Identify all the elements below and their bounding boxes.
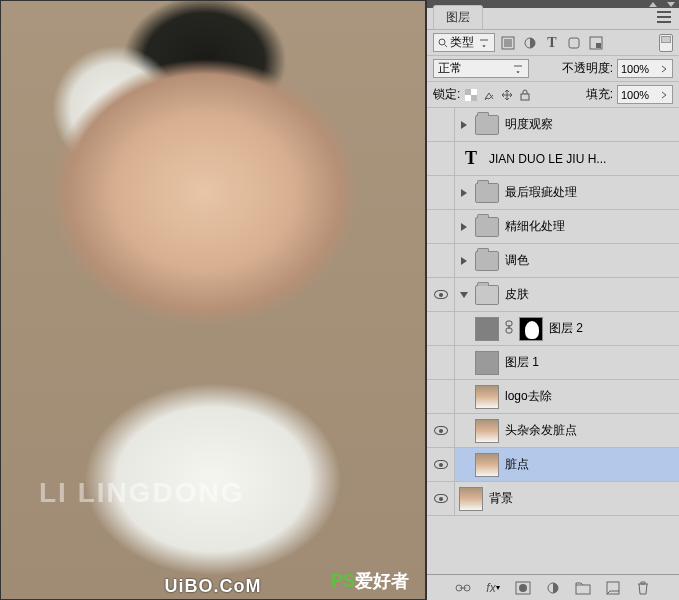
layer-row[interactable]: 背景	[427, 482, 679, 516]
layer-row[interactable]: logo去除	[427, 380, 679, 414]
new-layer-button[interactable]	[604, 579, 622, 597]
panel-menu-button[interactable]	[655, 7, 673, 29]
folder-icon	[475, 217, 499, 237]
visibility-toggle[interactable]	[427, 142, 455, 175]
layer-thumbnail[interactable]	[475, 385, 499, 409]
layer-row[interactable]: TJIAN DUO LE JIU H...	[427, 142, 679, 176]
layer-row[interactable]: 头杂余发脏点	[427, 414, 679, 448]
filter-smartobject-icon[interactable]	[587, 34, 605, 52]
lock-label: 锁定:	[433, 86, 460, 103]
lock-image-icon[interactable]	[482, 88, 496, 102]
layer-name[interactable]: 调色	[505, 252, 529, 269]
layer-row-body: 头杂余发脏点	[455, 414, 679, 447]
layer-row[interactable]: 皮肤	[427, 278, 679, 312]
lock-position-icon[interactable]	[500, 88, 514, 102]
layer-thumbnail[interactable]	[475, 453, 499, 477]
layer-thumbnail[interactable]	[475, 351, 499, 375]
opacity-input[interactable]: 100%	[617, 59, 673, 78]
layer-fx-button[interactable]: fx▾	[484, 579, 502, 597]
filter-adjustment-layer-icon[interactable]	[521, 34, 539, 52]
link-mask-icon[interactable]	[505, 320, 513, 337]
visibility-toggle[interactable]	[427, 108, 455, 141]
twisty-closed-icon[interactable]	[459, 222, 469, 232]
layer-row[interactable]: 明度观察	[427, 108, 679, 142]
filter-toggle-switch[interactable]	[659, 34, 673, 52]
search-icon	[438, 38, 448, 48]
eye-icon	[434, 426, 448, 435]
footer-site-url: UiBO.CoM	[165, 576, 262, 597]
lock-all-icon[interactable]	[518, 88, 532, 102]
visibility-toggle[interactable]	[427, 346, 455, 379]
layer-name[interactable]: 头杂余发脏点	[505, 422, 577, 439]
folder-icon	[475, 115, 499, 135]
tab-layers[interactable]: 图层	[433, 5, 483, 29]
layer-thumbnail[interactable]	[475, 317, 499, 341]
document-canvas[interactable]: LI LINGDONG PS爱好者 UiBO.CoM	[0, 0, 426, 600]
visibility-toggle[interactable]	[427, 210, 455, 243]
panel-tab-row: 图层	[427, 8, 679, 30]
layer-row[interactable]: 图层 2	[427, 312, 679, 346]
twisty-open-icon[interactable]	[459, 290, 469, 300]
layer-name[interactable]: 图层 1	[505, 354, 539, 371]
layer-row[interactable]: 调色	[427, 244, 679, 278]
layer-mask-button[interactable]	[514, 579, 532, 597]
blend-mode-select[interactable]: 正常	[433, 59, 529, 78]
twisty-closed-icon[interactable]	[459, 120, 469, 130]
filter-pixel-layer-icon[interactable]	[499, 34, 517, 52]
visibility-toggle[interactable]	[427, 278, 455, 311]
visibility-toggle[interactable]	[427, 448, 455, 481]
opacity-value: 100%	[621, 63, 649, 75]
new-group-button[interactable]	[574, 579, 592, 597]
layer-row[interactable]: 最后瑕疵处理	[427, 176, 679, 210]
filter-type-select[interactable]: 类型	[433, 33, 495, 52]
twisty-closed-icon[interactable]	[459, 188, 469, 198]
layer-row[interactable]: 脏点	[427, 448, 679, 482]
layers-bottom-bar: fx▾	[427, 574, 679, 600]
lock-row: 锁定: 填充: 100%	[427, 82, 679, 108]
twisty-closed-icon[interactable]	[459, 256, 469, 266]
layer-thumbnail[interactable]	[459, 487, 483, 511]
lock-transparent-icon[interactable]	[464, 88, 478, 102]
layer-name[interactable]: 皮肤	[505, 286, 529, 303]
svg-rect-4	[569, 38, 579, 48]
folder-icon	[475, 285, 499, 305]
layer-row[interactable]: 图层 1	[427, 346, 679, 380]
layer-name[interactable]: 图层 2	[549, 320, 583, 337]
eye-icon	[434, 460, 448, 469]
visibility-toggle[interactable]	[427, 380, 455, 413]
visibility-toggle[interactable]	[427, 482, 455, 515]
svg-point-17	[519, 584, 527, 592]
svg-point-0	[439, 39, 445, 45]
chevron-right-icon	[659, 64, 669, 74]
layer-row[interactable]: 精细化处理	[427, 210, 679, 244]
layer-name[interactable]: 脏点	[505, 456, 529, 473]
layer-filter-row: 类型 T	[427, 30, 679, 56]
filter-shape-layer-icon[interactable]	[565, 34, 583, 52]
layer-mask-thumbnail[interactable]	[519, 317, 543, 341]
filter-type-layer-icon[interactable]: T	[543, 34, 561, 52]
layer-name[interactable]: 明度观察	[505, 116, 553, 133]
visibility-toggle[interactable]	[427, 312, 455, 345]
visibility-toggle[interactable]	[427, 414, 455, 447]
svg-rect-8	[471, 95, 477, 101]
svg-rect-10	[465, 95, 471, 101]
delete-layer-button[interactable]	[634, 579, 652, 597]
layer-thumbnail[interactable]	[475, 419, 499, 443]
visibility-toggle[interactable]	[427, 244, 455, 277]
layer-name[interactable]: logo去除	[505, 388, 552, 405]
chevron-right-icon	[659, 90, 669, 100]
layer-name[interactable]: JIAN DUO LE JIU H...	[489, 152, 606, 166]
layer-name[interactable]: 精细化处理	[505, 218, 565, 235]
layer-name[interactable]: 背景	[489, 490, 513, 507]
layer-row-body: 图层 1	[455, 346, 679, 379]
eye-icon	[434, 494, 448, 503]
layer-name[interactable]: 最后瑕疵处理	[505, 184, 577, 201]
svg-rect-2	[504, 39, 512, 47]
fill-input[interactable]: 100%	[617, 85, 673, 104]
visibility-toggle[interactable]	[427, 176, 455, 209]
folder-icon	[475, 251, 499, 271]
adjustment-layer-button[interactable]	[544, 579, 562, 597]
canvas-image	[1, 1, 425, 599]
svg-rect-9	[471, 89, 477, 95]
link-layers-button[interactable]	[454, 579, 472, 597]
